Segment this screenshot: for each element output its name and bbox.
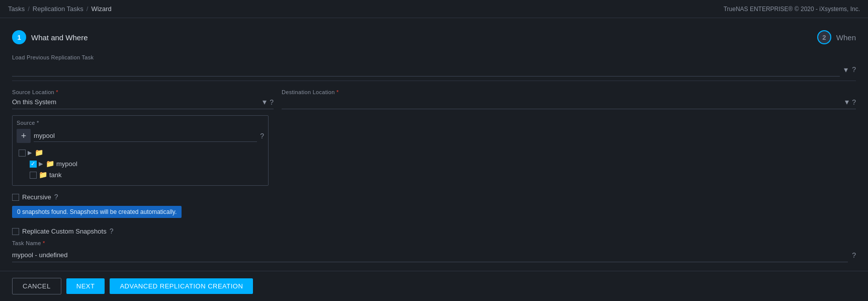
breadcrumb-replication-tasks[interactable]: Replication Tasks xyxy=(33,5,83,13)
source-help-icon[interactable]: ? xyxy=(260,132,264,140)
breadcrumb: Tasks / Replication Tasks / Wizard xyxy=(8,5,112,13)
step2-circle: 2 xyxy=(817,30,831,44)
source-location-label: Source Location xyxy=(12,89,274,95)
task-name-row: ? xyxy=(12,248,856,262)
source-input[interactable] xyxy=(34,130,257,142)
tree-children: ▶ 📁 mypool 📁 tank xyxy=(19,158,264,180)
tree-expander-mypool[interactable]: ▶ xyxy=(39,161,44,167)
load-prev-label: Load Previous Replication Task xyxy=(12,54,856,60)
source-location-help-icon[interactable]: ? xyxy=(270,98,274,106)
replicate-custom-help-icon[interactable]: ? xyxy=(110,227,114,235)
cancel-button[interactable]: CANCEL xyxy=(12,278,61,294)
replicate-custom-checkbox[interactable] xyxy=(12,228,19,235)
load-prev-select[interactable] xyxy=(12,62,840,77)
recursive-help-icon[interactable]: ? xyxy=(54,193,58,201)
header-brand: TrueNAS ENTERPRISE® © 2020 - iXsystems, … xyxy=(724,6,860,13)
source-location-col: Source Location On this System ▾ ? xyxy=(12,89,274,109)
step-header: 1 What and Where 2 When xyxy=(12,30,856,44)
step1-indicator: 1 What and Where xyxy=(12,30,88,44)
recursive-row: Recursive ? xyxy=(12,193,856,201)
step1-title: What and Where xyxy=(31,33,88,42)
source-tree-box: Source * + ? ▶ 📁 ▶ 📁 mypool xyxy=(12,115,269,186)
tree-label-tank: tank xyxy=(49,171,62,179)
tree-folder-mypool: 📁 xyxy=(46,160,54,168)
advanced-replication-button[interactable]: ADVANCED REPLICATION CREATION xyxy=(110,278,253,294)
recursive-checkbox[interactable] xyxy=(12,194,19,201)
breadcrumb-current: Wizard xyxy=(91,5,111,13)
tree-expander-root[interactable]: ▶ xyxy=(28,149,33,156)
source-add-button[interactable]: + xyxy=(17,129,31,143)
location-field-row: Source Location On this System ▾ ? Desti… xyxy=(12,89,856,109)
task-name-help-icon[interactable]: ? xyxy=(852,251,856,259)
tree-container: ▶ 📁 ▶ 📁 mypool 📁 tank xyxy=(17,147,264,180)
tree-folder-root: 📁 xyxy=(35,148,43,157)
destination-location-col: Destination Location ▾ ? xyxy=(274,89,856,109)
source-location-inner: On this System ▾ ? xyxy=(12,97,274,109)
next-button[interactable]: NEXT xyxy=(66,278,105,294)
tree-checkbox-mypool[interactable] xyxy=(30,161,37,168)
tree-item-root: ▶ 📁 xyxy=(19,147,264,158)
main-content: 1 What and Where 2 When Load Previous Re… xyxy=(0,18,868,271)
task-name-input[interactable] xyxy=(12,248,848,262)
footer-bar: CANCEL NEXT ADVANCED REPLICATION CREATIO… xyxy=(0,271,868,301)
load-prev-section: Load Previous Replication Task ▾ ? xyxy=(12,54,856,81)
tree-checkbox-tank[interactable] xyxy=(30,172,37,179)
step1-circle: 1 xyxy=(12,30,26,44)
task-name-label: Task Name xyxy=(12,240,856,246)
load-prev-row: ▾ ? xyxy=(12,62,856,77)
source-location-dropdown-icon[interactable]: ▾ xyxy=(263,97,267,107)
source-input-row: + ? xyxy=(17,129,264,143)
destination-location-label: Destination Location xyxy=(282,89,856,95)
load-prev-divider xyxy=(12,81,856,81)
replicate-custom-label: Replicate Custom Snapshots xyxy=(22,228,107,235)
tree-checkbox-root[interactable] xyxy=(19,149,26,157)
tree-label-mypool: mypool xyxy=(56,160,77,168)
recursive-label: Recursive xyxy=(22,193,51,201)
step2-indicator: 2 When xyxy=(817,30,856,44)
destination-location-dropdown-icon[interactable]: ▾ xyxy=(845,97,849,107)
tree-item-mypool: ▶ 📁 mypool xyxy=(30,158,264,169)
tree-folder-tank: 📁 xyxy=(39,171,47,179)
task-name-section: Task Name ? xyxy=(12,240,856,262)
snapshot-info-banner: 0 snapshots found. Snapshots will be cre… xyxy=(12,206,182,218)
destination-location-help-icon[interactable]: ? xyxy=(852,98,856,106)
step2-title: When xyxy=(836,33,856,42)
source-location-value: On this System xyxy=(12,98,259,106)
breadcrumb-tasks[interactable]: Tasks xyxy=(8,5,25,13)
source-field-label: Source * xyxy=(17,120,264,126)
destination-location-inner: ▾ ? xyxy=(282,97,856,109)
load-prev-help-icon[interactable]: ? xyxy=(852,65,856,73)
header-bar: Tasks / Replication Tasks / Wizard TrueN… xyxy=(0,0,868,18)
tree-item-tank: 📁 tank xyxy=(30,169,264,180)
load-prev-dropdown-icon[interactable]: ▾ xyxy=(844,65,848,74)
replicate-custom-row: Replicate Custom Snapshots ? xyxy=(12,227,856,235)
